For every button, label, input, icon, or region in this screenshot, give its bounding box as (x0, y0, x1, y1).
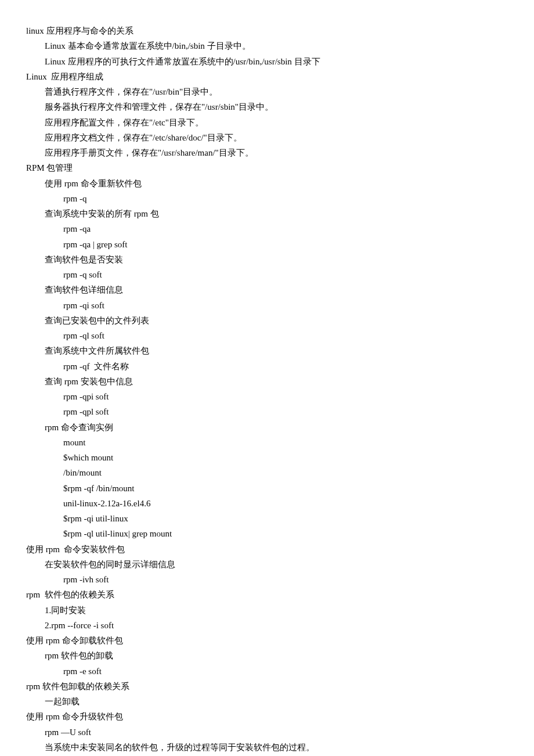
document-line: 查询软件包是否安装 (26, 252, 508, 267)
document-line: Linux 基本命令通常放置在系统中/bin,/sbin 子目录中。 (26, 38, 508, 53)
document-line: Linux 应用程序的可执行文件通常放置在系统中的/usr/bin,/usr/s… (26, 54, 508, 69)
document-line: rpm -ql soft (26, 328, 508, 343)
document-line: rpm 命令查询实例 (26, 420, 508, 435)
document-line: rpm -ivh soft (26, 572, 508, 587)
document-line: 在安装软件包的同时显示详细信息 (26, 557, 508, 572)
document-line: 使用 rpm 命令升级软件包 (26, 709, 508, 724)
document-line: 1.同时安装 (26, 603, 508, 618)
document-line: $rpm -qi util-linux (26, 511, 508, 526)
document-line: $rpm -ql util-linux| grep mount (26, 526, 508, 541)
document-line: mount (26, 435, 508, 450)
document-line: rpm -q soft (26, 267, 508, 282)
document-line: 查询 rpm 安装包中信息 (26, 374, 508, 389)
document-line: 查询系统中文件所属软件包 (26, 343, 508, 358)
document-line: rpm -q (26, 191, 508, 206)
document-line: $rpm -qf /bin/mount (26, 481, 508, 496)
document-content: linux 应用程序与命令的关系Linux 基本命令通常放置在系统中/bin,/… (26, 23, 508, 756)
document-line: /bin/mount (26, 465, 508, 480)
document-line: 应用程序文档文件，保存在"/etc/share/doc/"目录下。 (26, 130, 508, 145)
document-line: 当系统中未安装同名的软件包，升级的过程等同于安装软件包的过程。 (26, 740, 508, 755)
document-line: rpm -qa (26, 221, 508, 236)
document-line: 使用 rpm 命令安装软件包 (26, 542, 508, 557)
document-line: 一起卸载 (26, 694, 508, 709)
document-line: linux 应用程序与命令的关系 (26, 23, 508, 38)
document-line: 应用程序手册页文件，保存在"/usr/share/man/"目录下。 (26, 145, 508, 160)
document-line: Linux 应用程序组成 (26, 69, 508, 84)
document-line: 查询系统中安装的所有 rpm 包 (26, 206, 508, 221)
document-line: rpm —U soft (26, 725, 508, 740)
document-line: 2.rpm --force -i soft (26, 618, 508, 633)
document-line: rpm 软件包的卸载 (26, 648, 508, 663)
document-line: rpm -e soft (26, 664, 508, 679)
document-line: 普通执行程序文件，保存在"/usr/bin"目录中。 (26, 84, 508, 99)
document-line: rpm -qpl soft (26, 404, 508, 419)
document-line: 服务器执行程序文件和管理文件，保存在"/usr/sbin"目录中。 (26, 99, 508, 114)
document-line: RPM 包管理 (26, 160, 508, 175)
document-line: 查询软件包详细信息 (26, 282, 508, 297)
document-line: rpm -qa | grep soft (26, 237, 508, 252)
document-line: 使用 rpm 命令重新软件包 (26, 176, 508, 191)
document-line: 应用程序配置文件，保存在"/etc"目录下。 (26, 115, 508, 130)
document-line: rpm -qpi soft (26, 389, 508, 404)
document-line: rpm 软件包的依赖关系 (26, 587, 508, 602)
document-line: unil-linux-2.12a-16.el4.6 (26, 496, 508, 511)
document-line: rpm 软件包卸载的依赖关系 (26, 679, 508, 694)
document-line: rpm -qf 文件名称 (26, 359, 508, 374)
document-line: $which mount (26, 450, 508, 465)
document-line: 查询已安装包中的文件列表 (26, 313, 508, 328)
document-line: 使用 rpm 命令卸载软件包 (26, 633, 508, 648)
document-line: rpm -qi soft (26, 298, 508, 313)
